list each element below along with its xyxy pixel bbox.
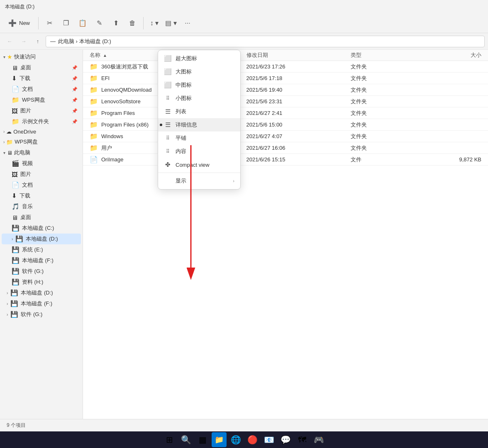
new-button[interactable]: ➕ New bbox=[3, 17, 35, 29]
col-date-label: 修改日期 bbox=[246, 52, 268, 58]
desktop-icon: 🖥 bbox=[12, 64, 18, 71]
sidebar-item-c-drive[interactable]: 💾 本地磁盘 (C:) bbox=[2, 223, 81, 234]
menu-item-extra-large[interactable]: ⬜ 超大图标 bbox=[158, 52, 240, 65]
file-list: 名称 ▲ 修改日期 类型 大小 📁360极速浏览器下载 2021/6/23 17… bbox=[83, 50, 488, 436]
menu-item-large[interactable]: ⬜ 大图标 bbox=[158, 65, 240, 78]
file-type: 文件夹 bbox=[351, 133, 429, 140]
pin-icon: 📌 bbox=[72, 97, 78, 103]
sort-button[interactable]: ↕ ▾ bbox=[147, 16, 162, 31]
taskbar-task-view[interactable]: ▦ bbox=[195, 432, 210, 447]
file-date: 2021/6/23 17:26 bbox=[246, 63, 351, 70]
sort-arrow-icon: ▲ bbox=[103, 53, 107, 58]
taskbar-xbox[interactable]: 🎮 bbox=[311, 432, 326, 447]
drive-icon: 💾 bbox=[10, 300, 18, 307]
taskbar-windows[interactable]: ⊞ bbox=[162, 432, 177, 447]
chevron-down-icon: ▾ bbox=[3, 151, 5, 155]
taskbar-maps[interactable]: 🗺 bbox=[295, 432, 310, 447]
file-name: Program Files bbox=[101, 110, 135, 116]
up-button[interactable]: ↑ bbox=[32, 36, 44, 47]
file-row[interactable]: 📁Windows 2021/6/27 4:07 文件夹 bbox=[83, 131, 488, 142]
sidebar-item-wps-quick[interactable]: 📁 WPS网盘 📌 bbox=[2, 95, 81, 105]
sidebar-item-label: 图片 bbox=[20, 107, 31, 114]
breadcrumb-path: 此电脑 › 本地磁盘 (D:) bbox=[58, 38, 111, 45]
menu-item-list[interactable]: ☰ 列表 bbox=[158, 105, 240, 118]
sidebar-item-h-drive[interactable]: 💾 资料 (H:) bbox=[2, 277, 81, 287]
taskbar-edge[interactable]: 🌐 bbox=[228, 432, 243, 447]
file-row[interactable]: 📁EFI 2021/5/6 17:18 文件夹 bbox=[83, 73, 488, 84]
menu-item-compact[interactable]: ✤ Compact view bbox=[158, 158, 240, 171]
rename-button[interactable]: ✎ bbox=[92, 16, 107, 31]
file-row[interactable]: 📁Program Files 2021/6/27 2:41 文件夹 bbox=[83, 107, 488, 119]
file-row[interactable]: 📁Program Files (x86) 2021/5/6 15:00 文件夹 bbox=[83, 119, 488, 131]
delete-button[interactable]: 🗑 bbox=[125, 16, 140, 31]
sidebar-item-desktop-quick[interactable]: 🖥 桌面 📌 bbox=[2, 62, 81, 73]
drive-icon: 💾 bbox=[12, 246, 20, 253]
menu-item-content[interactable]: ⠿ 内容 bbox=[158, 145, 240, 158]
file-row[interactable]: 📁用户 2021/6/27 16:06 文件夹 bbox=[83, 142, 488, 154]
more-button[interactable]: ··· bbox=[180, 16, 195, 31]
sidebar-item-d-drive[interactable]: › 💾 本地磁盘 (D:) bbox=[2, 234, 81, 244]
file-name: Program Files (x86) bbox=[101, 122, 149, 128]
file-row[interactable]: 📁LenovoSoftstore 2021/5/6 23:31 文件夹 bbox=[83, 96, 488, 107]
quick-access-header[interactable]: ▾ ★ 快速访问 bbox=[0, 51, 83, 62]
view-button[interactable]: ▤ ▾ bbox=[163, 16, 178, 31]
share-button[interactable]: ⬆ bbox=[108, 16, 123, 31]
forward-button[interactable]: → bbox=[17, 36, 30, 47]
extra-large-icon: ⬜ bbox=[164, 55, 171, 62]
sidebar-item-example-quick[interactable]: 📁 示例文件夹 📌 bbox=[2, 116, 81, 127]
sidebar-item-docs-quick[interactable]: 📄 文档 📌 bbox=[2, 84, 81, 95]
sidebar-item-videos[interactable]: 🎬 视频 bbox=[2, 158, 81, 169]
sidebar-item-music[interactable]: 🎵 音乐 bbox=[2, 201, 81, 212]
breadcrumb-icon: — bbox=[50, 38, 56, 44]
sidebar-item-documents[interactable]: 📄 文档 bbox=[2, 180, 81, 190]
sidebar-item-desktop[interactable]: 🖥 桌面 bbox=[2, 212, 81, 223]
onedrive-header[interactable]: › ☁ OneDrive bbox=[0, 127, 83, 136]
file-name: EFI bbox=[101, 75, 110, 81]
column-type[interactable]: 类型 bbox=[351, 51, 429, 59]
taskbar-chrome[interactable]: 🔴 bbox=[245, 432, 260, 447]
wps-cloud-header[interactable]: › 📁 WPS网盘 bbox=[0, 136, 83, 147]
folder-icon: 📁 bbox=[90, 132, 98, 140]
copy-button[interactable]: ❐ bbox=[59, 16, 73, 31]
sidebar-item-f-drive[interactable]: 💾 本地磁盘 (F:) bbox=[2, 255, 81, 266]
menu-item-tiles[interactable]: ⠿ 平铺 bbox=[158, 131, 240, 145]
file-row[interactable]: 📄OriImage 2021/6/26 15:15 文件 9,872 KB bbox=[83, 154, 488, 166]
large-icon: ⬜ bbox=[164, 68, 171, 75]
paste-button[interactable]: 📋 bbox=[75, 16, 90, 31]
sidebar-item-label: 下载 bbox=[20, 75, 30, 82]
file-date: 2021/5/6 15:00 bbox=[246, 122, 351, 128]
sidebar-item-label: 桌面 bbox=[20, 64, 31, 71]
column-size[interactable]: 大小 bbox=[429, 51, 481, 59]
file-row[interactable]: 📁360极速浏览器下载 2021/6/23 17:26 文件夹 bbox=[83, 61, 488, 73]
taskbar-explorer[interactable]: 📁 bbox=[212, 432, 227, 447]
sidebar-item-label: 资料 (H:) bbox=[22, 278, 43, 286]
pin-icon: 📌 bbox=[72, 108, 78, 114]
menu-item-medium[interactable]: ⬜ 中图标 bbox=[158, 78, 240, 92]
file-name: LenovoSoftstore bbox=[101, 98, 141, 105]
column-date[interactable]: 修改日期 bbox=[246, 51, 351, 59]
sidebar-item-g-drive[interactable]: 💾 软件 (G:) bbox=[2, 266, 81, 277]
sidebar-item-label: 桌面 bbox=[20, 214, 31, 221]
sidebar-item-net-d[interactable]: › 💾 本地磁盘 (D:) bbox=[2, 287, 81, 298]
menu-item-small[interactable]: ⠿ 小图标 bbox=[158, 92, 240, 105]
sidebar-item-net-f[interactable]: › 💾 本地磁盘 (F:) bbox=[2, 298, 81, 309]
menu-item-label: 列表 bbox=[176, 108, 186, 115]
taskbar-search[interactable]: 🔍 bbox=[178, 432, 193, 447]
menu-item-details[interactable]: ☰ 详细信息 bbox=[158, 118, 240, 131]
sidebar-item-downloads-quick[interactable]: ⬇ 下载 📌 bbox=[2, 73, 81, 84]
folder-icon: 📁 bbox=[12, 118, 20, 125]
sidebar-item-pictures[interactable]: 🖼 图片 bbox=[2, 169, 81, 180]
cut-button[interactable]: ✂ bbox=[42, 16, 57, 31]
taskbar-wechat[interactable]: 💬 bbox=[278, 432, 293, 447]
sidebar-item-e-drive[interactable]: 💾 系统 (E:) bbox=[2, 244, 81, 255]
this-pc-label: 此电脑 bbox=[14, 149, 30, 156]
sidebar-item-downloads[interactable]: ⬇ 下载 bbox=[2, 190, 81, 201]
taskbar-mail[interactable]: 📧 bbox=[261, 432, 276, 447]
this-pc-header[interactable]: ▾ 🖥 此电脑 bbox=[0, 147, 83, 158]
breadcrumb[interactable]: — 此电脑 › 本地磁盘 (D:) bbox=[46, 36, 485, 47]
menu-item-show[interactable]: 显示 › bbox=[158, 174, 240, 187]
file-row[interactable]: 📁LenovoQMDownload 2021/5/6 19:40 文件夹 bbox=[83, 84, 488, 96]
sidebar-item-pictures-quick[interactable]: 🖼 图片 📌 bbox=[2, 105, 81, 116]
back-button[interactable]: ← bbox=[3, 36, 16, 47]
sidebar-item-net-g[interactable]: › 💾 软件 (G:) bbox=[2, 309, 81, 320]
